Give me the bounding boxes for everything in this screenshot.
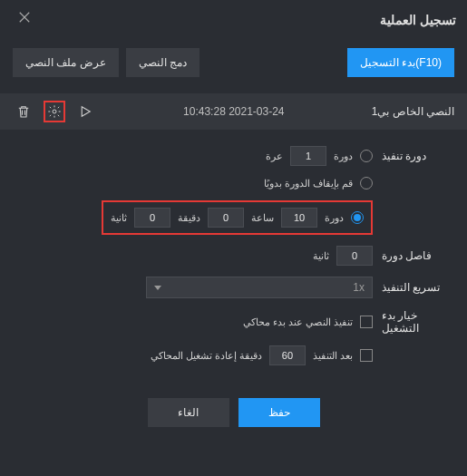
minute-label: دقيقة <box>178 212 200 224</box>
settings-button[interactable] <box>44 101 65 122</box>
time-duration-group: دورة ساعة دقيقة ثانية <box>102 200 373 235</box>
cancel-button[interactable]: الغاء <box>148 398 229 427</box>
cycle-word-1: دورة <box>334 151 353 162</box>
radio-times[interactable] <box>360 150 373 162</box>
start-record-button[interactable]: (F10)بدء التسجيل <box>347 48 454 77</box>
view-script-file-button[interactable]: عرض ملف النصي <box>13 48 119 77</box>
dialog-title: تسجيل العملية <box>380 13 456 27</box>
times-unit: عرة <box>266 151 283 162</box>
exec-cycle-label: دورة تنفيذ <box>382 150 454 162</box>
chevron-down-icon <box>154 286 161 290</box>
checkbox-restart-after[interactable] <box>360 349 373 362</box>
script-row: النصي الخاص بي1 2021-03-24 10:43:28 <box>0 93 467 130</box>
play-button[interactable] <box>74 101 96 122</box>
delete-button[interactable] <box>13 101 34 122</box>
second-input[interactable] <box>134 208 170 228</box>
restart-after-input[interactable] <box>269 345 306 365</box>
startup-label: خيار بدء التشغيل <box>382 309 454 335</box>
second-label: ثانية <box>111 212 127 224</box>
speed-value: 1x <box>353 281 365 294</box>
hour-input[interactable] <box>281 208 317 228</box>
script-datetime: 2021-03-24 10:43:28 <box>96 105 372 118</box>
checkbox-exec-on-start[interactable] <box>360 316 373 328</box>
close-icon <box>16 9 33 25</box>
cycle-word-2: دورة <box>325 212 344 224</box>
restart-after-unit: بعد التنفيذ <box>313 350 353 362</box>
minute-input[interactable] <box>208 208 244 228</box>
restart-emulator-label: دقيقة إعادة تشغيل المحاكي <box>151 350 262 362</box>
save-button[interactable]: حفظ <box>238 398 320 427</box>
hour-label: ساعة <box>251 212 274 224</box>
interval-unit: ثانية <box>313 250 329 262</box>
interval-input[interactable] <box>336 246 373 266</box>
manual-stop-label: قم بإيقاف الدورة بدويًا <box>264 178 353 189</box>
gear-icon <box>47 103 62 120</box>
speed-label: تسريع التنفيذ <box>382 281 454 294</box>
merge-script-button[interactable]: دمج النصي <box>126 48 199 77</box>
trash-icon <box>15 103 32 120</box>
script-name: النصي الخاص بي1 <box>372 105 454 118</box>
radio-manual-stop[interactable] <box>360 177 373 189</box>
times-input[interactable] <box>290 146 326 166</box>
speed-select[interactable]: 1x <box>146 277 373 298</box>
play-icon <box>77 103 93 120</box>
radio-duration[interactable] <box>351 211 364 224</box>
cycle-interval-label: فاصل دورة <box>382 249 454 262</box>
exec-on-start-label: تنفيذ النصي عند بدء محاكي <box>243 316 353 328</box>
svg-point-0 <box>53 110 56 113</box>
close-button[interactable] <box>11 7 38 32</box>
